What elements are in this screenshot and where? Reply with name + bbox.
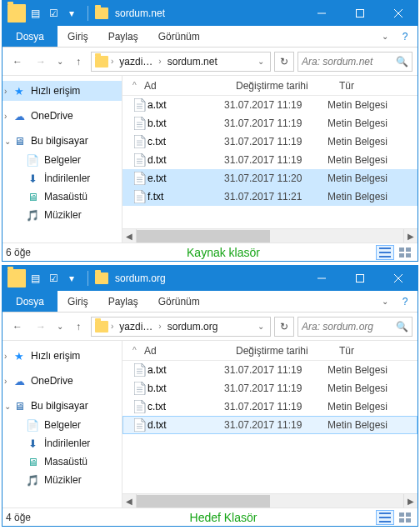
nav-forward-button[interactable]: → <box>31 52 51 72</box>
file-row[interactable]: f.txt 31.07.2017 11:21 Metin Belgesi <box>122 188 418 206</box>
tab-home[interactable]: Giriş <box>58 291 98 312</box>
column-headers[interactable]: ^ Ad Değiştirme tarihi Tür <box>122 76 418 96</box>
tab-file[interactable]: Dosya <box>2 26 58 47</box>
nav-history-button[interactable]: ⌄ <box>54 317 66 337</box>
file-row[interactable]: a.txt 31.07.2017 11:19 Metin Belgesi <box>122 96 418 114</box>
tree-caret-icon[interactable]: ⌄ <box>4 137 11 146</box>
chevron-right-icon[interactable]: › <box>158 322 162 331</box>
scroll-left-button[interactable]: ◀ <box>122 229 137 243</box>
sidebar-this-pc[interactable]: ⌄ 🖥 Bu bilgisayar <box>2 131 122 151</box>
chevron-right-icon[interactable]: › <box>110 57 114 66</box>
scroll-thumb[interactable] <box>137 230 270 242</box>
details-view-button[interactable] <box>376 245 394 260</box>
address-dropdown-button[interactable]: ⌄ <box>253 322 268 331</box>
breadcrumb-segment[interactable]: yazdi… <box>116 321 156 332</box>
file-row[interactable]: e.txt 31.07.2017 11:20 Metin Belgesi <box>122 169 418 188</box>
nav-history-button[interactable]: ⌄ <box>54 52 66 72</box>
ribbon-help-button[interactable]: ? <box>398 31 412 42</box>
breadcrumb-segment[interactable]: sordum.net <box>164 56 221 68</box>
qa-properties-button[interactable]: ▤ <box>26 269 44 288</box>
file-row[interactable]: d.txt 31.07.2017 11:19 Metin Belgesi <box>122 151 418 169</box>
sidebar-onedrive[interactable]: › ☁ OneDrive <box>2 371 122 391</box>
qa-overflow-button[interactable]: ▾ <box>62 269 81 288</box>
tab-share[interactable]: Paylaş <box>98 291 148 312</box>
tree-caret-icon[interactable]: › <box>4 112 7 121</box>
tab-view[interactable]: Görünüm <box>148 26 210 47</box>
file-row[interactable]: c.txt 31.07.2017 11:19 Metin Belgesi <box>122 132 418 151</box>
close-button[interactable] <box>379 266 418 291</box>
qa-properties-button[interactable]: ▤ <box>26 4 44 22</box>
large-icons-view-button[interactable] <box>396 510 414 525</box>
column-date[interactable]: Değiştirme tarihi <box>236 345 339 357</box>
tree-caret-icon[interactable]: › <box>4 377 7 386</box>
tab-view[interactable]: Görünüm <box>148 291 210 312</box>
nav-up-button[interactable]: ↑ <box>69 318 88 336</box>
title-bar[interactable]: ▤ ☑ ▾ sordum.org <box>2 266 418 291</box>
address-bar[interactable]: › yazdi… › sordum.org ⌄ <box>91 317 271 337</box>
maximize-button[interactable] <box>341 266 379 291</box>
sidebar-item[interactable]: ⬇ İndirilenler <box>2 434 122 452</box>
breadcrumb-segment[interactable]: sordum.org <box>164 321 222 332</box>
breadcrumb-segment[interactable]: yazdi… <box>116 56 156 68</box>
file-row[interactable]: b.txt 31.07.2017 11:19 Metin Belgesi <box>122 114 418 132</box>
tree-caret-icon[interactable]: › <box>4 87 7 96</box>
tree-caret-icon[interactable]: › <box>4 352 7 361</box>
refresh-button[interactable]: ↻ <box>274 317 294 337</box>
ribbon-expand-button[interactable]: ⌄ <box>378 297 392 306</box>
qa-overflow-button[interactable]: ▾ <box>62 4 81 22</box>
horizontal-scrollbar[interactable]: ◀ ▶ <box>122 493 418 508</box>
sidebar-item[interactable]: ⬇ İndirilenler <box>2 169 122 188</box>
file-row[interactable]: b.txt 31.07.2017 11:19 Metin Belgesi <box>122 379 418 398</box>
search-box[interactable]: Ara: sordum.org 🔍 <box>298 317 412 337</box>
file-row[interactable]: c.txt 31.07.2017 11:19 Metin Belgesi <box>122 398 418 416</box>
column-date[interactable]: Değiştirme tarihi <box>236 80 339 92</box>
column-name[interactable]: Ad <box>144 345 236 357</box>
tree-caret-icon[interactable]: ⌄ <box>4 402 11 411</box>
nav-back-button[interactable]: ← <box>8 317 28 337</box>
sidebar-onedrive[interactable]: › ☁ OneDrive <box>2 106 122 126</box>
search-box[interactable]: Ara: sordum.net 🔍 <box>298 52 412 72</box>
sidebar-quick-access[interactable]: › ★ Hızlı erişim <box>2 81 122 101</box>
title-bar[interactable]: ▤ ☑ ▾ sordum.net <box>2 1 418 26</box>
ribbon-help-button[interactable]: ? <box>398 296 412 308</box>
minimize-button[interactable] <box>302 266 341 291</box>
sidebar-item[interactable]: 📄 Belgeler <box>2 151 122 169</box>
nav-back-button[interactable]: ← <box>8 52 28 72</box>
qa-checkbox-button[interactable]: ☑ <box>44 269 62 288</box>
address-dropdown-button[interactable]: ⌄ <box>253 57 268 66</box>
column-type[interactable]: Tür <box>339 345 418 357</box>
tab-home[interactable]: Giriş <box>58 26 98 47</box>
scroll-right-button[interactable]: ▶ <box>403 494 418 508</box>
sidebar-item[interactable]: 🖥 Masaüstü <box>2 188 122 206</box>
header-up-icon[interactable]: ^ <box>132 346 144 355</box>
ribbon-expand-button[interactable]: ⌄ <box>378 32 392 41</box>
close-button[interactable] <box>379 1 418 26</box>
details-view-button[interactable] <box>376 510 394 525</box>
sidebar-item[interactable]: 🎵 Müzikler <box>2 471 122 489</box>
sidebar-quick-access[interactable]: › ★ Hızlı erişim <box>2 346 122 366</box>
refresh-button[interactable]: ↻ <box>274 52 294 72</box>
file-row[interactable]: d.txt 31.07.2017 11:19 Metin Belgesi <box>122 416 418 434</box>
tab-share[interactable]: Paylaş <box>98 26 148 47</box>
tab-file[interactable]: Dosya <box>2 291 58 312</box>
sidebar-item[interactable]: 🖥 Masaüstü <box>2 452 122 471</box>
chevron-right-icon[interactable]: › <box>158 57 162 66</box>
header-up-icon[interactable]: ^ <box>132 81 144 90</box>
minimize-button[interactable] <box>302 1 341 26</box>
column-headers[interactable]: ^ Ad Değiştirme tarihi Tür <box>122 341 418 361</box>
address-bar[interactable]: › yazdi… › sordum.net ⌄ <box>91 52 271 72</box>
large-icons-view-button[interactable] <box>396 245 414 260</box>
column-name[interactable]: Ad <box>144 80 236 92</box>
scroll-left-button[interactable]: ◀ <box>122 494 137 508</box>
scroll-thumb[interactable] <box>137 495 270 508</box>
chevron-right-icon[interactable]: › <box>110 322 114 331</box>
file-row[interactable]: a.txt 31.07.2017 11:19 Metin Belgesi <box>122 361 418 379</box>
scroll-right-button[interactable]: ▶ <box>403 229 418 243</box>
sidebar-item[interactable]: 📄 Belgeler <box>2 416 122 434</box>
horizontal-scrollbar[interactable]: ◀ ▶ <box>122 228 418 242</box>
qa-checkbox-button[interactable]: ☑ <box>44 4 62 22</box>
maximize-button[interactable] <box>341 1 379 26</box>
sidebar-item[interactable]: 🎵 Müzikler <box>2 206 122 224</box>
nav-forward-button[interactable]: → <box>31 317 51 337</box>
nav-up-button[interactable]: ↑ <box>69 52 88 71</box>
